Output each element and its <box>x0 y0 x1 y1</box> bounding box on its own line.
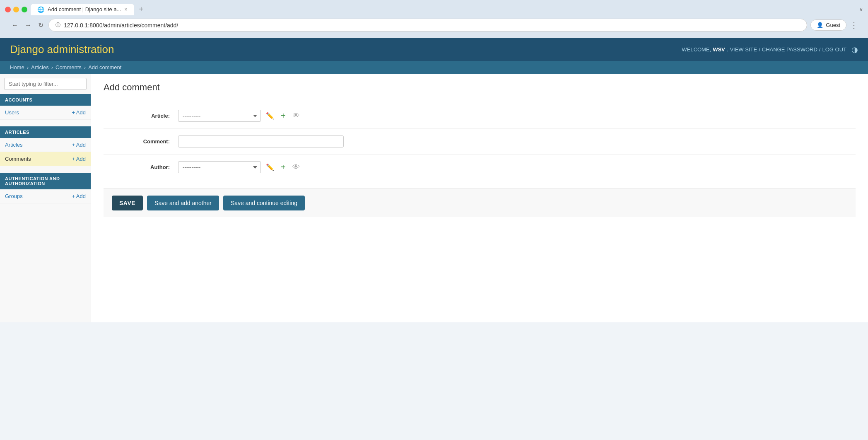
comment-widget <box>178 135 344 147</box>
author-label: Author: <box>104 164 178 170</box>
breadcrumb: Home › Articles › Comments › Add comment <box>10 64 858 70</box>
sidebar-filter-container <box>0 74 91 94</box>
save-and-continue-button[interactable]: Save and continue editing <box>223 196 305 210</box>
sidebar-item-users: Users + Add <box>0 106 91 120</box>
separator2: / <box>819 46 821 53</box>
log-out-link[interactable]: LOG OUT <box>822 46 846 53</box>
sidebar-item-comments: Comments + Add <box>0 152 91 166</box>
article-view-button[interactable]: 👁 <box>291 111 301 121</box>
admin-nav: WELCOME, WSV . VIEW SITE / CHANGE PASSWO… <box>682 45 858 54</box>
breadcrumb-articles[interactable]: Articles <box>31 64 49 70</box>
form-section: Article: ---------- ✏️ + 👁 Comment: <box>104 103 856 180</box>
theme-toggle-icon[interactable]: ◑ <box>851 45 858 54</box>
admin-header: Django administration WELCOME, WSV . VIE… <box>0 38 868 61</box>
comment-input[interactable] <box>178 135 344 147</box>
welcome-text: WELCOME, <box>682 46 711 53</box>
url-text: 127.0.0.1:8000/admin/articles/comment/ad… <box>64 22 178 29</box>
sidebar-link-articles[interactable]: Articles <box>5 142 23 148</box>
breadcrumb-current: Add comment <box>88 64 121 70</box>
sidebar-link-comments[interactable]: Comments <box>5 156 31 162</box>
maximize-button[interactable] <box>22 7 27 12</box>
guest-label: Guest <box>826 22 840 28</box>
author-view-button[interactable]: 👁 <box>291 162 301 172</box>
minimize-button[interactable] <box>13 7 19 12</box>
browser-chrome: 🌐 Add comment | Django site a... × + ∨ ←… <box>0 0 868 38</box>
article-label: Article: <box>104 113 178 119</box>
breadcrumb-sep3: › <box>84 64 86 70</box>
active-tab[interactable]: 🌐 Add comment | Django site a... × <box>31 4 134 15</box>
breadcrumb-bar: Home › Articles › Comments › Add comment <box>0 61 868 74</box>
new-tab-button[interactable]: + <box>136 3 147 15</box>
save-button[interactable]: SAVE <box>112 196 143 210</box>
sidebar: ACCOUNTS Users + Add ARTICLES Articles +… <box>0 74 91 322</box>
breadcrumb-sep2: › <box>51 64 53 70</box>
guest-button[interactable]: 👤 Guest <box>810 19 846 31</box>
admin-title[interactable]: Django administration <box>10 43 114 56</box>
author-edit-button[interactable]: ✏️ <box>264 162 276 172</box>
form-row-author: Author: ---------- ✏️ + 👁 <box>104 155 856 180</box>
sidebar-add-articles[interactable]: + Add <box>72 142 86 148</box>
main-layout: ACCOUNTS Users + Add ARTICLES Articles +… <box>0 74 868 322</box>
username: WSV <box>713 46 725 53</box>
address-bar[interactable]: ⓘ 127.0.0.1:8000/admin/articles/comment/… <box>48 19 807 31</box>
sidebar-link-groups[interactable]: Groups <box>5 193 23 199</box>
author-add-button[interactable]: + <box>279 162 287 173</box>
tab-dropdown-arrow[interactable]: ∨ <box>859 7 863 12</box>
save-and-add-button[interactable]: Save and add another <box>147 196 219 210</box>
sidebar-item-groups: Groups + Add <box>0 189 91 203</box>
refresh-button[interactable]: ↻ <box>36 19 45 31</box>
sidebar-section-auth: AUTHENTICATION AND AUTHORIZATION <box>0 173 91 189</box>
comment-label: Comment: <box>104 138 178 145</box>
article-widget: ---------- ✏️ + 👁 <box>178 110 301 122</box>
sidebar-add-users[interactable]: + Add <box>72 109 86 116</box>
view-site-link[interactable]: VIEW SITE <box>730 46 757 53</box>
sidebar-add-comments[interactable]: + Add <box>72 156 86 162</box>
content-area: Add comment Article: ---------- ✏️ + 👁 C… <box>91 74 868 322</box>
tab-title: Add comment | Django site a... <box>48 6 121 12</box>
tab-bar: 🌐 Add comment | Django site a... × + <box>31 3 147 15</box>
sidebar-section-articles: ARTICLES <box>0 126 91 138</box>
sidebar-filter-input[interactable] <box>4 78 87 90</box>
close-button[interactable] <box>5 7 11 12</box>
form-row-article: Article: ---------- ✏️ + 👁 <box>104 103 856 129</box>
page-title: Add comment <box>104 82 856 93</box>
form-row-comment: Comment: <box>104 129 856 155</box>
author-widget: ---------- ✏️ + 👁 <box>178 161 301 173</box>
tab-close-button[interactable]: × <box>125 7 128 12</box>
traffic-lights <box>5 7 27 12</box>
change-password-link[interactable]: CHANGE PASSWORD <box>762 46 817 53</box>
forward-button[interactable]: → <box>23 20 33 31</box>
back-button[interactable]: ← <box>10 20 20 31</box>
separator1: / <box>759 46 760 53</box>
sidebar-item-articles: Articles + Add <box>0 138 91 152</box>
breadcrumb-comments[interactable]: Comments <box>55 64 82 70</box>
article-edit-button[interactable]: ✏️ <box>264 111 276 121</box>
sidebar-section-accounts: ACCOUNTS <box>0 94 91 106</box>
breadcrumb-home[interactable]: Home <box>10 64 24 70</box>
user-icon: 👤 <box>817 22 823 28</box>
article-select[interactable]: ---------- <box>178 110 261 122</box>
author-select[interactable]: ---------- <box>178 161 261 173</box>
article-add-button[interactable]: + <box>279 110 287 121</box>
submit-row: SAVE Save and add another Save and conti… <box>104 189 856 217</box>
tab-globe-icon: 🌐 <box>37 6 44 13</box>
more-button[interactable]: ⋮ <box>850 20 858 30</box>
lock-icon: ⓘ <box>55 22 60 29</box>
breadcrumb-sep1: › <box>27 64 29 70</box>
sidebar-link-users[interactable]: Users <box>5 109 19 116</box>
sidebar-add-groups[interactable]: + Add <box>72 193 86 199</box>
